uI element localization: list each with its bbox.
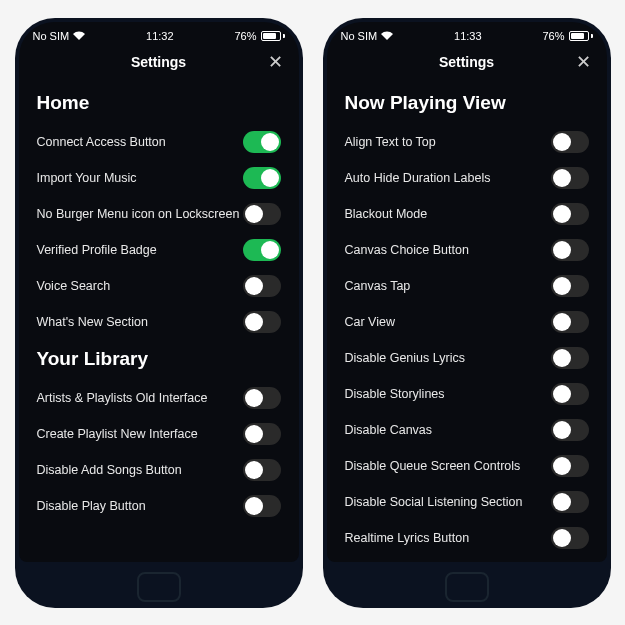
setting-label: Verified Profile Badge: [37, 243, 157, 257]
clock: 11:32: [146, 30, 174, 42]
setting-label: Import Your Music: [37, 171, 137, 185]
setting-label: Disable Add Songs Button: [37, 463, 182, 477]
settings-row: No Burger Menu icon on Lockscreen: [37, 196, 281, 232]
toggle-switch[interactable]: [243, 387, 281, 409]
settings-row: What's New Section: [37, 304, 281, 340]
toggle-switch[interactable]: [243, 167, 281, 189]
settings-row: Artists & Playlists Old Interface: [37, 380, 281, 416]
toggle-switch[interactable]: [243, 311, 281, 333]
setting-label: Canvas Choice Button: [345, 243, 469, 257]
setting-label: Blackout Mode: [345, 207, 428, 221]
page-title: Settings: [439, 54, 494, 70]
settings-row: Disable Genius Lyrics: [345, 340, 589, 376]
toggle-switch[interactable]: [551, 131, 589, 153]
setting-label: Artists & Playlists Old Interface: [37, 391, 208, 405]
settings-row: Import Your Music: [37, 160, 281, 196]
setting-label: Create Playlist New Interface: [37, 427, 198, 441]
toggle-switch[interactable]: [551, 239, 589, 261]
setting-label: Disable Storylines: [345, 387, 445, 401]
screen: No SIM 11:33 76% Settings ✕ Now Playing …: [327, 22, 607, 562]
settings-row: Disable Canvas: [345, 412, 589, 448]
toggle-switch[interactable]: [551, 347, 589, 369]
header: Settings ✕: [19, 44, 299, 84]
close-icon[interactable]: ✕: [576, 51, 591, 73]
setting-label: Voice Search: [37, 279, 111, 293]
section-title: Now Playing View: [345, 92, 589, 114]
wifi-icon: [381, 31, 393, 40]
battery-icon: [569, 31, 593, 41]
screen: No SIM 11:32 76% Settings ✕ HomeConnect …: [19, 22, 299, 562]
toggle-switch[interactable]: [551, 311, 589, 333]
battery-percent: 76%: [542, 30, 564, 42]
status-bar: No SIM 11:33 76%: [327, 22, 607, 44]
toggle-switch[interactable]: [551, 275, 589, 297]
header: Settings ✕: [327, 44, 607, 84]
phone-right: No SIM 11:33 76% Settings ✕ Now Playing …: [323, 18, 611, 608]
toggle-switch[interactable]: [551, 455, 589, 477]
setting-label: Disable Queue Screen Controls: [345, 459, 521, 473]
settings-row: Voice Search: [37, 268, 281, 304]
settings-row: Auto Hide Duration Labels: [345, 160, 589, 196]
status-bar: No SIM 11:32 76%: [19, 22, 299, 44]
carrier-label: No SIM: [341, 30, 378, 42]
toggle-switch[interactable]: [551, 419, 589, 441]
phone-left: No SIM 11:32 76% Settings ✕ HomeConnect …: [15, 18, 303, 608]
settings-row: Create Playlist New Interface: [37, 416, 281, 452]
close-icon[interactable]: ✕: [268, 51, 283, 73]
page-title: Settings: [131, 54, 186, 70]
setting-label: No Burger Menu icon on Lockscreen: [37, 207, 240, 221]
setting-label: Car View: [345, 315, 395, 329]
setting-label: Auto Hide Duration Labels: [345, 171, 491, 185]
settings-row: Verified Profile Badge: [37, 232, 281, 268]
toggle-switch[interactable]: [551, 167, 589, 189]
setting-label: Connect Access Button: [37, 135, 166, 149]
settings-row: Disable Storylines: [345, 376, 589, 412]
setting-label: Disable Genius Lyrics: [345, 351, 465, 365]
setting-label: Align Text to Top: [345, 135, 436, 149]
settings-row: Disable Queue Screen Controls: [345, 448, 589, 484]
settings-row: Canvas Tap: [345, 268, 589, 304]
settings-row: Disable Social Listening Section: [345, 484, 589, 520]
toggle-switch[interactable]: [243, 423, 281, 445]
home-button[interactable]: [137, 572, 181, 602]
setting-label: Disable Play Button: [37, 499, 146, 513]
toggle-switch[interactable]: [243, 495, 281, 517]
settings-row: Car View: [345, 304, 589, 340]
settings-row: Align Text to Top: [345, 124, 589, 160]
settings-row: Disable Play Button: [37, 488, 281, 524]
setting-label: Disable Canvas: [345, 423, 433, 437]
setting-label: Canvas Tap: [345, 279, 411, 293]
toggle-switch[interactable]: [243, 131, 281, 153]
setting-label: What's New Section: [37, 315, 148, 329]
setting-label: Realtime Lyrics Button: [345, 531, 470, 545]
home-button[interactable]: [445, 572, 489, 602]
toggle-switch[interactable]: [243, 203, 281, 225]
toggle-switch[interactable]: [551, 203, 589, 225]
toggle-switch[interactable]: [551, 383, 589, 405]
section-title: Home: [37, 92, 281, 114]
battery-icon: [261, 31, 285, 41]
toggle-switch[interactable]: [243, 239, 281, 261]
settings-content[interactable]: HomeConnect Access ButtonImport Your Mus…: [19, 84, 299, 562]
settings-row: Disable Add Songs Button: [37, 452, 281, 488]
toggle-switch[interactable]: [243, 459, 281, 481]
settings-row: Realtime Lyrics Button: [345, 520, 589, 556]
toggle-switch[interactable]: [243, 275, 281, 297]
wifi-icon: [73, 31, 85, 40]
settings-row: Connect Access Button: [37, 124, 281, 160]
toggle-switch[interactable]: [551, 491, 589, 513]
battery-percent: 76%: [234, 30, 256, 42]
carrier-label: No SIM: [33, 30, 70, 42]
settings-content[interactable]: Now Playing ViewAlign Text to TopAuto Hi…: [327, 84, 607, 562]
setting-label: Disable Social Listening Section: [345, 495, 523, 509]
clock: 11:33: [454, 30, 482, 42]
toggle-switch[interactable]: [551, 527, 589, 549]
settings-row: Blackout Mode: [345, 196, 589, 232]
settings-row: Canvas Choice Button: [345, 232, 589, 268]
section-title: Your Library: [37, 348, 281, 370]
